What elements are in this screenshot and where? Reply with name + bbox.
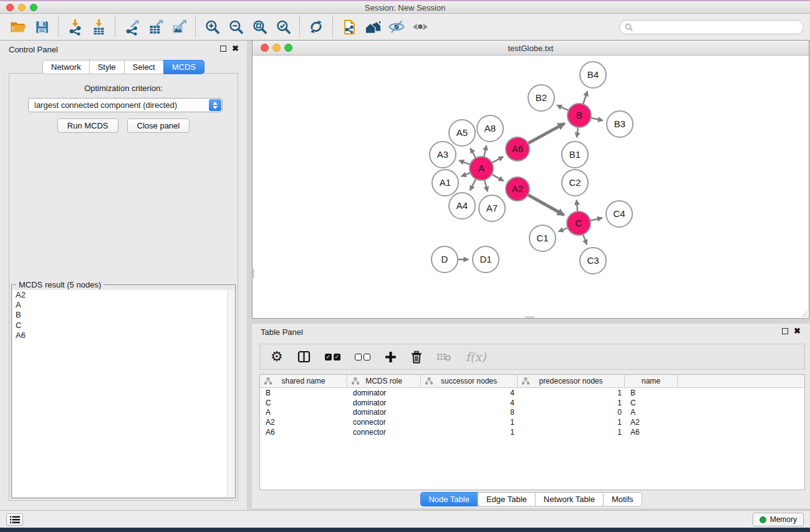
tab-mcds[interactable]: MCDS [163,60,205,74]
column-header-successor-nodes[interactable]: successor nodes [421,375,518,387]
graph-node-A[interactable]: A [470,157,493,180]
graph-node-A5[interactable]: A5 [449,120,475,146]
column-header-name[interactable]: name [625,375,678,387]
save-session-button[interactable] [30,15,54,39]
import-network-button[interactable] [63,15,87,39]
table-cell[interactable]: 0 [518,408,625,417]
delete-column-icon[interactable] [411,351,422,364]
tab-style[interactable]: Style [89,60,125,74]
show-graphics-details-button[interactable] [408,15,432,39]
graph-node-B4[interactable]: B4 [580,62,606,88]
result-scrollbar[interactable] [227,290,234,497]
task-history-button[interactable] [6,513,23,526]
table-cell[interactable]: A6 [625,428,678,437]
graph-node-C2[interactable]: C2 [562,170,588,196]
mcds-result-item[interactable]: A [12,300,227,310]
table-cell[interactable]: dominator [347,389,421,397]
table-cell[interactable]: 1 [421,418,518,427]
graph-node-A6[interactable]: A6 [506,137,529,161]
column-header-MCDS-role[interactable]: MCDS role [347,375,421,387]
graph-node-A1[interactable]: A1 [432,170,458,196]
table-cell[interactable]: 4 [421,389,518,397]
table-row[interactable]: A6connector11A6 [260,427,804,437]
table-cell[interactable]: A6 [260,428,347,437]
delete-table-icon[interactable] [436,352,451,362]
tab-select[interactable]: Select [124,60,164,74]
import-table-button[interactable] [87,15,110,39]
graph-node-B[interactable]: B [567,104,591,127]
resize-grip-icon[interactable] [800,309,808,317]
table-row[interactable]: Bdominator41B [260,388,804,398]
hide-graphics-details-button[interactable] [385,15,408,39]
table-row[interactable]: Cdominator41C [260,398,804,408]
table-cell[interactable]: 1 [518,418,625,427]
table-cell[interactable]: 1 [518,399,625,407]
export-network-button[interactable] [120,15,143,39]
memory-button[interactable]: Memory [753,513,804,526]
close-panel-button[interactable]: Close panel [127,118,190,133]
graph-node-C4[interactable]: C4 [606,201,632,227]
network-canvas[interactable]: AA1A2A3A4A5A6A7A8BB1B2B3B4CC1C2C3C4DD1 [253,56,809,318]
mcds-result-item[interactable]: A2 [12,290,227,300]
table-settings-icon[interactable]: ⚙ [271,350,283,364]
table-cell[interactable]: connector [347,418,421,427]
tab-node-table[interactable]: Node Table [420,492,478,506]
close-table-panel-icon[interactable]: ✖ [794,328,801,334]
table-cell[interactable]: 1 [518,428,625,437]
table-cell[interactable]: C [260,399,347,407]
column-header-predecessor-nodes[interactable]: predecessor nodes [518,375,625,387]
column-header-shared-name[interactable]: shared name [260,375,347,387]
table-cell[interactable]: 4 [421,399,518,407]
graph-node-A7[interactable]: A7 [479,195,505,221]
table-cell[interactable]: 1 [421,428,518,437]
tab-motifs[interactable]: Motifs [603,492,642,506]
optimization-criterion-select[interactable]: largest connected component (directed) [28,98,223,112]
table-cell[interactable]: 8 [421,408,518,417]
add-column-icon[interactable] [385,351,397,363]
graph-node-A2[interactable]: A2 [506,177,529,201]
refresh-button[interactable] [304,15,328,39]
table-cell[interactable]: B [260,389,347,397]
table-cell[interactable]: dominator [347,408,421,417]
run-mcds-button[interactable]: Run MCDS [57,118,118,133]
graph-node-A3[interactable]: A3 [430,142,456,168]
graph-node-A4[interactable]: A4 [449,193,475,219]
mcds-result-item[interactable]: A6 [12,331,227,341]
select-all-icon[interactable]: ✓✓ [325,354,340,360]
graph-node-A8[interactable]: A8 [477,115,503,142]
table-cell[interactable]: connector [347,428,421,437]
table-cell[interactable]: A2 [625,418,678,427]
export-image-button[interactable] [167,15,191,39]
graph-node-C3[interactable]: C3 [580,248,606,274]
tab-network[interactable]: Network [42,60,90,74]
table-cell[interactable]: B [625,389,678,397]
home-button[interactable] [361,15,385,39]
table-cell[interactable]: dominator [347,399,421,407]
tab-edge-table[interactable]: Edge Table [478,492,536,506]
graph-node-D[interactable]: D [432,246,458,273]
clone-network-button[interactable] [337,15,361,39]
mcds-result-item[interactable]: B [12,310,227,320]
split-view-icon[interactable] [297,351,311,363]
float-panel-icon[interactable] [220,46,226,52]
mcds-result-item[interactable]: C [12,321,227,331]
graph-node-B1[interactable]: B1 [562,142,588,168]
float-table-panel-icon[interactable] [782,328,788,334]
zoom-selected-button[interactable] [271,15,295,39]
search-box[interactable] [619,20,804,34]
table-row[interactable]: A2connector11A2 [260,417,804,427]
network-window-titlebar[interactable]: testGlobe.txt [253,41,809,56]
table-cell[interactable]: A [260,408,347,417]
table-cell[interactable]: C [625,399,678,407]
export-table-button[interactable] [143,15,167,39]
graph-node-B3[interactable]: B3 [607,111,633,137]
search-input[interactable] [636,22,798,32]
zoom-in-button[interactable] [200,15,224,39]
network-graph[interactable]: AA1A2A3A4A5A6A7A8BB1B2B3B4CC1C2C3C4DD1 [253,56,809,318]
zoom-fit-button[interactable] [248,15,271,39]
graph-node-C1[interactable]: C1 [529,225,556,251]
table-cell[interactable]: A2 [260,418,347,427]
graph-node-B2[interactable]: B2 [528,85,554,111]
function-builder-icon[interactable]: f(x) [466,350,486,364]
table-cell[interactable]: 1 [518,389,625,397]
